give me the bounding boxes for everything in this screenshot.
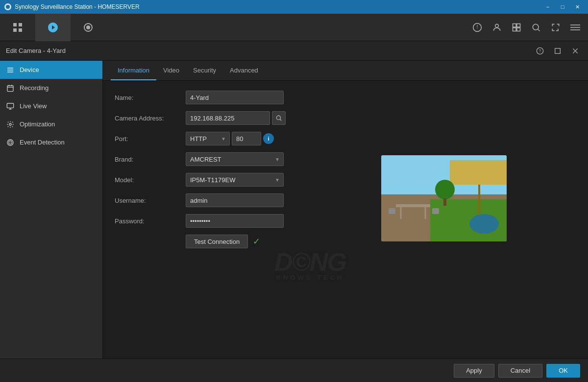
svg-point-10 [495,24,499,27]
username-label: Username: [115,197,186,204]
maximize-button[interactable]: □ [556,0,569,14]
svg-point-51 [469,214,499,234]
camera-address-inputs [186,111,286,125]
sidebar-device-label: Device [20,66,39,73]
cancel-button[interactable]: Cancel [498,364,542,378]
svg-rect-18 [570,27,580,28]
apply-button[interactable]: Apply [454,364,494,378]
tab-security[interactable]: Security [186,61,223,80]
camera-search-button[interactable] [272,111,286,125]
svg-point-35 [9,123,11,125]
close-window-button[interactable]: ✕ [570,0,584,14]
tab-advanced[interactable]: Advanced [223,61,265,80]
window-controls: − □ ✕ [541,0,584,14]
svg-rect-17 [570,24,580,25]
protocol-select[interactable]: HTTP HTTPS RTSP [186,132,230,145]
sidebar-item-recording[interactable]: Recording [0,79,102,97]
svg-rect-12 [517,24,520,27]
window-title: Synology Surveillance Station - HOMESERV… [15,3,140,10]
camera-address-input[interactable] [186,111,270,125]
port-input[interactable] [232,132,261,145]
main-toolbar: ! [0,14,588,41]
alert-icon: ! [472,23,482,32]
port-info-button[interactable]: i [263,133,274,144]
svg-text:?: ? [539,48,541,53]
minimize-button[interactable]: − [541,0,555,14]
protocol-select-wrap: HTTP HTTPS RTSP ▼ [186,132,230,145]
sidebar-item-optimization[interactable]: Optimization [0,115,102,133]
account-button[interactable] [488,19,506,36]
brand-select-wrap: AMCREST ▼ [186,152,284,166]
camera-icon [47,22,59,33]
svg-point-39 [276,116,280,119]
password-field-wrap [186,214,284,228]
recording-icon [82,22,94,33]
port-row: Port: HTTP HTTPS RTSP ▼ i [115,132,576,145]
restore-button[interactable] [551,44,564,58]
svg-rect-27 [7,72,13,72]
account-icon [492,23,502,32]
grid-icon [12,22,24,33]
menu-button[interactable] [566,19,584,36]
svg-rect-3 [19,23,22,26]
alert-button[interactable]: ! [468,19,486,36]
svg-marker-44 [450,160,507,185]
sidebar-item-liveview[interactable]: Live View [0,97,102,115]
brand-label: Brand: [115,156,186,163]
toolbar-camera-button[interactable] [35,14,71,41]
svg-rect-13 [513,27,516,31]
password-input[interactable] [186,214,284,228]
name-field-wrap [186,91,284,104]
svg-text:!: ! [476,24,478,30]
toolbar-overview-button[interactable] [0,14,35,41]
toolbar-right-actions: ! [468,19,588,36]
sidebar-liveview-label: Live View [20,102,47,110]
preview-image [381,155,507,241]
settings-icon [6,120,15,129]
svg-rect-26 [7,70,13,70]
model-select-wrap: IP5M-T1179EW ▼ [186,173,284,187]
layout-icon [512,23,521,32]
sub-actions: ? [533,44,582,58]
svg-point-1 [6,5,10,9]
svg-line-40 [280,119,282,121]
svg-rect-53 [443,198,446,206]
model-row: Model: IP5M-T1179EW ▼ [115,173,576,187]
model-label: Model: [115,176,186,184]
svg-point-15 [533,24,539,30]
svg-point-52 [435,180,455,199]
help-button[interactable]: ? [533,44,547,58]
main-area: Device Recording Live View Optimization [0,61,588,382]
brand-row: Brand: AMCREST ▼ [115,152,576,166]
layout-button[interactable] [508,19,525,36]
username-field-wrap [186,193,284,207]
model-select[interactable]: IP5M-T1179EW [186,173,284,187]
footer: Apply Cancel OK [0,358,588,382]
calendar-icon [6,84,15,93]
svg-rect-32 [7,103,13,108]
svg-line-16 [538,29,540,31]
close-dialog-button[interactable] [568,44,582,58]
monitor-icon [6,102,15,111]
tab-video[interactable]: Video [156,61,186,80]
search-button[interactable] [527,19,545,36]
fullscreen-button[interactable] [547,19,564,36]
port-label: Port: [115,135,186,143]
ok-button[interactable]: OK [546,364,580,378]
username-input[interactable] [186,193,284,207]
svg-rect-14 [517,27,520,31]
preview-svg [381,155,507,241]
watermark: D©NG KNOWS TECH [274,247,346,281]
search-icon [531,23,541,32]
test-connection-button[interactable]: Test Connection [186,235,248,248]
toolbar-recording-button[interactable] [71,14,106,41]
restore-icon [554,47,562,55]
app-icon [4,3,12,11]
camera-address-label: Camera Address: [115,115,186,122]
brand-select[interactable]: AMCREST [186,152,284,166]
sidebar-item-eventdetection[interactable]: Event Detection [0,133,102,151]
password-label: Password: [115,217,186,225]
tab-information[interactable]: Information [111,61,156,80]
name-input[interactable] [186,91,284,104]
sidebar-item-device[interactable]: Device [0,61,102,79]
